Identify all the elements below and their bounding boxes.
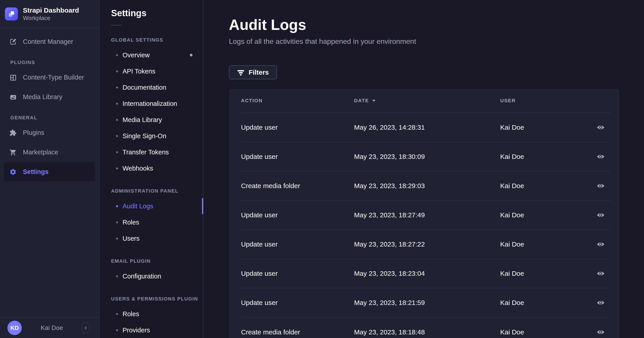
subnav-item-media-library[interactable]: Media Library xyxy=(100,112,203,128)
content-type-builder-icon xyxy=(10,74,16,81)
nav-item-content-manager[interactable]: Content Manager xyxy=(4,32,95,52)
subnav-item-internationalization[interactable]: Internationalization xyxy=(100,95,203,112)
subnav-item-single-sign-on[interactable]: Single Sign-On xyxy=(100,128,203,144)
bullet-icon xyxy=(116,151,118,153)
strapi-logo-icon xyxy=(5,8,18,21)
eye-icon xyxy=(597,300,605,306)
table-row[interactable]: Update user May 23, 2023, 18:23:04 Kai D… xyxy=(241,259,610,288)
cell-user: Kai Doe xyxy=(500,124,592,131)
bullet-icon xyxy=(116,205,118,207)
view-details-button[interactable] xyxy=(595,298,606,307)
notification-dot xyxy=(190,54,192,56)
subnav-item-admin-roles[interactable]: Roles xyxy=(100,214,203,230)
bullet-icon xyxy=(116,329,118,331)
subnav-item-overview[interactable]: Overview xyxy=(100,47,203,63)
cell-user: Kai Doe xyxy=(500,211,592,219)
eye-icon xyxy=(597,271,605,276)
main-navbar: Strapi Dashboard Workplace Content Manag… xyxy=(0,0,100,338)
eye-icon xyxy=(597,329,605,335)
plugins-icon xyxy=(10,129,16,136)
cell-date: May 23, 2023, 18:21:59 xyxy=(354,299,500,306)
audit-logs-table: ACTION DATE USER Update user May 26, 202… xyxy=(229,89,620,338)
workspace-subtitle: Workplace xyxy=(23,14,79,22)
eye-icon xyxy=(597,241,605,247)
subnav-item-admin-users[interactable]: Users xyxy=(100,230,203,247)
settings-subnav: Settings GLOBAL SETTINGS Overview API To… xyxy=(100,0,203,338)
bullet-icon xyxy=(116,275,118,277)
subnav-item-api-tokens[interactable]: API Tokens xyxy=(100,63,203,79)
nav-item-media-library[interactable]: Media Library xyxy=(4,87,95,107)
bullet-icon xyxy=(116,119,118,121)
cell-user: Kai Doe xyxy=(500,328,592,336)
cell-date: May 23, 2023, 18:27:49 xyxy=(354,211,500,219)
cell-action: Create media folder xyxy=(241,328,354,336)
subnav-item-configuration[interactable]: Configuration xyxy=(100,268,203,284)
bullet-icon xyxy=(116,221,118,223)
page-subtitle: Logs of all the activities that happened… xyxy=(229,37,416,46)
nav-item-label: Marketplace xyxy=(23,148,58,156)
cell-user: Kai Doe xyxy=(500,240,592,248)
table-row[interactable]: Create media folder May 23, 2023, 18:18:… xyxy=(241,317,610,338)
view-details-button[interactable] xyxy=(595,182,606,190)
cell-user: Kai Doe xyxy=(500,270,592,277)
filters-button[interactable]: Filters xyxy=(229,65,277,79)
nav-item-marketplace[interactable]: Marketplace xyxy=(4,142,95,162)
nav-item-content-type-builder[interactable]: Content-Type Builder xyxy=(4,68,95,87)
subnav-item-up-roles[interactable]: Roles xyxy=(100,306,203,322)
bullet-icon xyxy=(116,54,118,56)
nav-item-label: Media Library xyxy=(23,93,62,101)
chevron-left-icon xyxy=(83,325,88,330)
bullet-icon xyxy=(116,103,118,105)
subnav-section-administration-panel: ADMINISTRATION PANEL xyxy=(111,188,203,194)
cell-date: May 23, 2023, 18:23:04 xyxy=(354,270,500,277)
table-row[interactable]: Create media folder May 23, 2023, 18:29:… xyxy=(241,172,610,201)
view-details-button[interactable] xyxy=(595,269,606,278)
view-details-button[interactable] xyxy=(595,123,606,132)
eye-icon xyxy=(597,212,605,218)
table-row[interactable]: Update user May 23, 2023, 18:30:09 Kai D… xyxy=(241,142,610,172)
nav-item-plugins[interactable]: Plugins xyxy=(4,123,95,142)
settings-gear-icon xyxy=(10,168,16,176)
subnav-item-transfer-tokens[interactable]: Transfer Tokens xyxy=(100,144,203,160)
filter-icon xyxy=(237,69,244,76)
cell-user: Kai Doe xyxy=(500,153,592,160)
bullet-icon xyxy=(116,238,118,240)
subnav-section-email-plugin: EMAIL PLUGIN xyxy=(111,258,203,264)
nav-item-label: Plugins xyxy=(23,129,44,136)
collapse-sidebar-button[interactable] xyxy=(82,322,90,333)
subnav-item-webhooks[interactable]: Webhooks xyxy=(100,160,203,177)
subnav-title: Settings xyxy=(100,0,203,18)
cell-action: Update user xyxy=(241,153,354,160)
view-details-button[interactable] xyxy=(595,211,606,219)
table-row[interactable]: Update user May 26, 2023, 14:28:31 Kai D… xyxy=(241,113,610,142)
cell-action: Update user xyxy=(241,124,354,131)
media-library-icon xyxy=(10,93,16,101)
subnav-item-audit-logs[interactable]: Audit Logs xyxy=(100,198,203,214)
workspace-brand[interactable]: Strapi Dashboard Workplace xyxy=(0,0,99,28)
eye-icon xyxy=(597,124,605,130)
main-content: Audit Logs Logs of all the activities th… xyxy=(203,0,644,338)
column-header-date[interactable]: DATE xyxy=(354,98,500,104)
table-row[interactable]: Update user May 23, 2023, 18:27:49 Kai D… xyxy=(241,201,610,230)
view-details-button[interactable] xyxy=(595,328,606,336)
bullet-icon xyxy=(116,87,118,89)
table-row[interactable]: Update user May 23, 2023, 18:27:22 Kai D… xyxy=(241,230,610,259)
eye-icon xyxy=(597,154,605,159)
navbar-footer: KD Kai Doe xyxy=(0,317,99,338)
workspace-title: Strapi Dashboard xyxy=(23,6,79,14)
table-row[interactable]: Update user May 23, 2023, 18:21:59 Kai D… xyxy=(241,288,610,317)
avatar[interactable]: KD xyxy=(8,321,22,335)
nav-section-plugins: PLUGINS xyxy=(4,60,95,65)
cell-date: May 23, 2023, 18:18:48 xyxy=(354,328,500,336)
sort-desc-icon xyxy=(372,100,376,102)
column-header-user: USER xyxy=(500,98,592,104)
cell-date: May 26, 2023, 14:28:31 xyxy=(354,124,500,131)
subnav-item-up-providers[interactable]: Providers xyxy=(100,322,203,338)
nav-item-label: Content-Type Builder xyxy=(23,74,84,81)
nav-item-settings[interactable]: Settings xyxy=(4,162,95,182)
table-header-row: ACTION DATE USER xyxy=(241,89,610,113)
view-details-button[interactable] xyxy=(595,152,606,161)
subnav-item-documentation[interactable]: Documentation xyxy=(100,79,203,95)
nav-item-label: Settings xyxy=(23,168,48,176)
view-details-button[interactable] xyxy=(595,240,606,249)
